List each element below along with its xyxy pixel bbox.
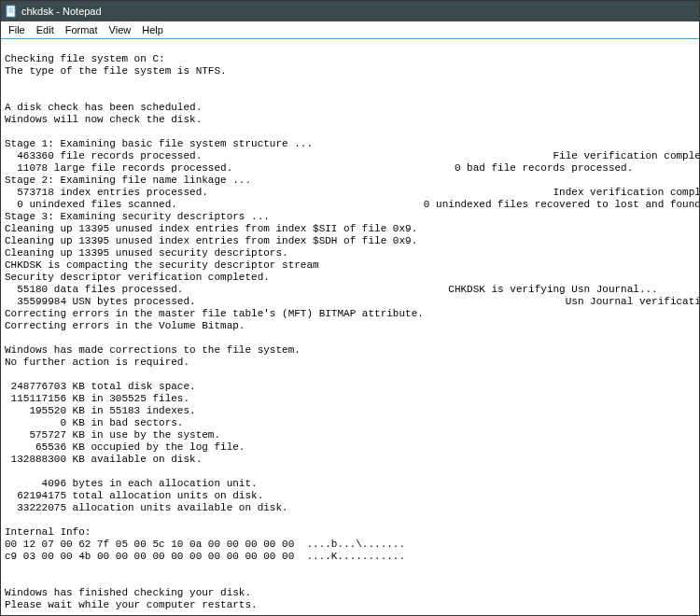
svg-rect-0 [7, 6, 15, 17]
menu-view[interactable]: View [104, 23, 137, 36]
menu-bar: File Edit Format View Help [1, 21, 699, 38]
menu-format[interactable]: Format [60, 23, 104, 36]
menu-edit[interactable]: Edit [31, 23, 60, 36]
menu-file[interactable]: File [3, 23, 31, 36]
window-title: chkdsk - Notepad [21, 6, 102, 17]
title-bar[interactable]: chkdsk - Notepad [1, 1, 699, 21]
text-editor[interactable] [1, 38, 699, 615]
menu-help[interactable]: Help [136, 23, 169, 36]
notepad-icon [5, 5, 18, 18]
